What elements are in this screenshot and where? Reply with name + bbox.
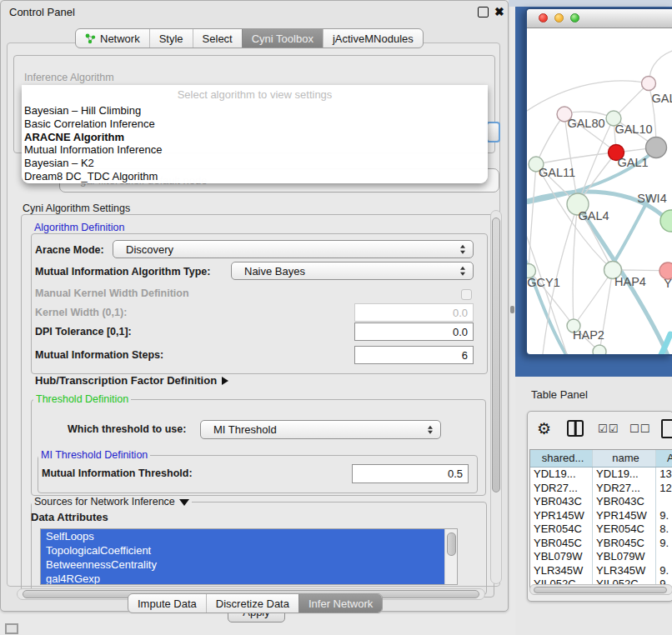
dropdown-item-bayesian-hill-climbing[interactable]: Bayesian – Hill Climbing <box>22 104 488 118</box>
tab-impute-data[interactable]: Impute Data <box>128 594 206 612</box>
network-node[interactable] <box>646 138 667 158</box>
table-cell: YLR345W <box>593 564 656 578</box>
mi-threshold-group-title: MI Threshold Definition <box>38 449 150 461</box>
close-icon[interactable]: ✖ <box>494 7 505 18</box>
network-edge[interactable] <box>536 152 616 164</box>
network-window-titlebar[interactable] <box>527 9 672 28</box>
table-panel-window: ⚙ ☑☑ ☐☐ shared...nameAYDL19...YDL19...13… <box>527 411 672 602</box>
algorithm-combobox-button[interactable] <box>486 122 500 142</box>
tab-label: Impute Data <box>138 598 197 610</box>
page-icon[interactable] <box>661 419 672 438</box>
dpi-tolerance-field[interactable]: 0.0 <box>354 322 474 341</box>
aracne-mode-value: Discovery <box>126 243 173 256</box>
mi-steps-value: 6 <box>462 349 468 362</box>
tab-discretize-data[interactable]: Discretize Data <box>206 594 298 612</box>
kernel-width-field[interactable]: 0.0 <box>354 303 474 322</box>
table-toolbar: ⚙ ☑☑ ☐☐ <box>528 418 672 443</box>
aracne-mode-combobox[interactable]: Discovery <box>113 240 474 258</box>
network-graph[interactable]: GAL2GAL80GAL10GAL1GAL11SWI4GAL4HAP4YGCY1… <box>527 28 672 356</box>
zoom-light-icon[interactable] <box>570 13 579 22</box>
table-row[interactable]: YER054CYER054C8. <box>530 522 672 537</box>
settings-vertical-scrollbar[interactable] <box>490 210 502 584</box>
dpi-tolerance-value: 0.0 <box>453 326 468 338</box>
table-cell: YDR27... <box>593 482 656 496</box>
cyni-algorithm-settings-title: Cyni Algorithm Settings <box>20 202 133 214</box>
attribute-item-selfloops[interactable]: SelfLoops <box>41 529 457 543</box>
table-row[interactable]: YDR27...YDR27...12 <box>530 482 672 496</box>
table-cell <box>656 550 672 564</box>
data-attributes-list[interactable]: SelfLoopsTopologicalCoefficientBetweenne… <box>40 528 458 585</box>
minimize-light-icon[interactable] <box>554 13 564 22</box>
table-row[interactable]: YBR045CYBR045C9. <box>530 537 672 551</box>
window-thumbnail-icon[interactable] <box>5 623 18 634</box>
table-row[interactable]: YDL19...YDL19...13 <box>530 468 672 482</box>
node-attribute-table[interactable]: shared...nameAYDL19...YDL19...13YDR27...… <box>529 449 672 588</box>
inference-algorithm-group-title: Inference Algorithm <box>22 72 117 83</box>
attribute-item-topologicalcoefficient[interactable]: TopologicalCoefficient <box>41 543 457 558</box>
splitter-handle[interactable] <box>510 306 514 313</box>
mi-steps-label: Mutual Information Steps: <box>35 349 163 361</box>
table-cell: YLR345W <box>530 564 593 578</box>
attributes-list-scrollbar[interactable] <box>444 529 457 584</box>
network-node[interactable] <box>593 345 606 356</box>
network-edge[interactable] <box>527 226 575 356</box>
checked-pair-icon[interactable]: ☑☑ <box>598 422 619 435</box>
mi-threshold-field[interactable]: 0.5 <box>352 464 469 483</box>
dropdown-item-aracne-algorithm[interactable]: ARACNE Algorithm <box>22 131 488 144</box>
table-cell: YDR27... <box>530 482 593 496</box>
which-threshold-combobox[interactable]: MI Threshold <box>200 420 441 439</box>
mi-type-combobox[interactable]: Naive Bayes <box>231 262 474 280</box>
columns-icon[interactable] <box>567 420 584 437</box>
tab-style[interactable]: Style <box>149 29 193 48</box>
table-cell: 9. <box>656 564 672 578</box>
tab-infer-network[interactable]: Infer Network <box>298 594 382 612</box>
network-edge[interactable] <box>573 204 578 326</box>
gear-icon[interactable]: ⚙ <box>537 418 551 440</box>
node-label-hap2: HAP2 <box>573 328 604 342</box>
tab-jactivemnodules[interactable]: jActiveMNodules <box>323 29 423 48</box>
network-edge[interactable] <box>529 164 536 271</box>
table-cell <box>656 495 672 509</box>
sources-group-toggle[interactable]: Sources for Network Inference <box>32 496 192 508</box>
network-edge[interactable] <box>536 114 564 164</box>
table-row[interactable]: YBR043CYBR043C <box>530 495 672 509</box>
network-view-window[interactable]: GAL2GAL80GAL10GAL1GAL11SWI4GAL4HAP4YGCY1… <box>525 8 672 356</box>
tab-select[interactable]: Select <box>193 29 242 48</box>
network-edge[interactable] <box>614 196 650 262</box>
column-header-shared[interactable]: shared... <box>530 450 593 467</box>
attribute-item-gal4rgexp[interactable]: gal4RGexp <box>41 572 457 585</box>
mi-steps-field[interactable]: 6 <box>354 346 474 364</box>
which-threshold-value: MI Threshold <box>213 423 277 436</box>
column-header-name[interactable]: name <box>593 450 656 467</box>
table-cell: YPR145W <box>593 509 656 523</box>
node-label-gal2: GAL2 <box>651 92 672 105</box>
table-row[interactable]: YLR345WYLR345W9. <box>530 564 672 578</box>
network-node-gal2[interactable] <box>642 77 656 91</box>
network-edge[interactable] <box>574 270 613 326</box>
float-window-icon[interactable] <box>478 7 489 18</box>
close-light-icon[interactable] <box>539 13 548 22</box>
table-cell: YDL19... <box>530 468 593 482</box>
stepper-arrows-icon <box>428 425 433 434</box>
node-label-gal80: GAL80 <box>567 117 604 130</box>
attribute-item-betweennesscentrality[interactable]: BetweennessCentrality <box>41 558 457 572</box>
table-row[interactable]: YBL079WYBL079W <box>530 550 672 564</box>
dropdown-placeholder: Select algorithm to view settings <box>22 88 488 104</box>
sources-group-title: Sources for Network Inference <box>34 496 175 508</box>
dropdown-item-mutual-information-inference[interactable]: Mutual Information Inference <box>22 143 488 157</box>
mi-threshold-label: Mutual Information Threshold: <box>42 468 193 479</box>
unchecked-pair-icon[interactable]: ☐☐ <box>629 422 650 435</box>
table-row[interactable]: YPR145WYPR145W9. <box>530 509 672 523</box>
dropdown-item-bayesian-k2[interactable]: Bayesian – K2 <box>22 157 488 170</box>
manual-kernel-checkbox[interactable] <box>461 289 472 300</box>
dropdown-item-dream8-dc-tdc-algorithm[interactable]: Dream8 DC_TDC Algorithm <box>22 170 488 183</box>
network-edge[interactable] <box>527 81 649 111</box>
hub-definition-toggle[interactable]: Hub/Transcription Factor Definition <box>35 374 228 387</box>
algorithm-definition-title: Algorithm Definition <box>32 222 127 233</box>
hub-definition-label: Hub/Transcription Factor Definition <box>35 374 217 387</box>
tab-cyni-toolbox[interactable]: Cyni Toolbox <box>242 29 323 48</box>
table-horizontal-scrollbar[interactable] <box>529 584 672 595</box>
tab-network[interactable]: Network <box>76 29 149 48</box>
dropdown-item-basic-correlation-inference[interactable]: Basic Correlation Inference <box>22 118 488 131</box>
column-header-a[interactable]: A <box>656 450 672 467</box>
